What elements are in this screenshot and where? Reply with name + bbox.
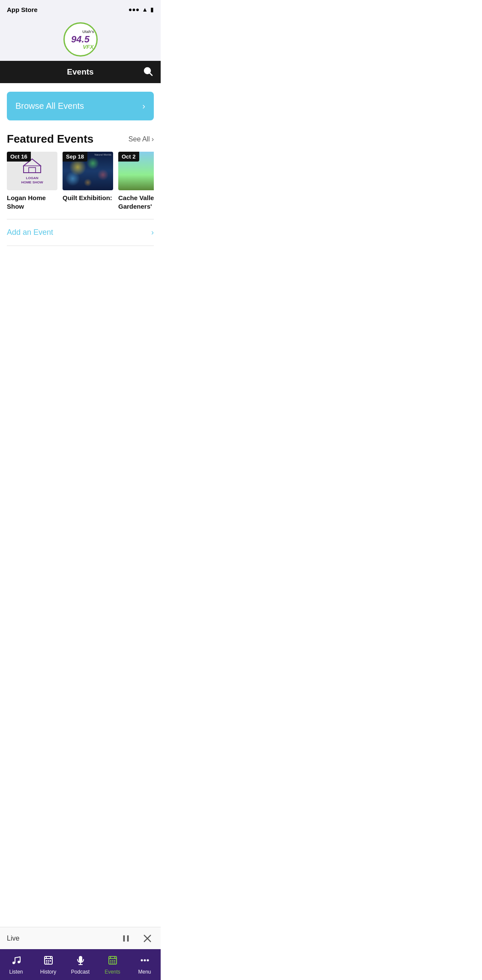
see-all-button[interactable]: See All › bbox=[129, 135, 154, 143]
event-card-gardeners[interactable]: Oct 2 Cache Valley Gardeners' bbox=[118, 152, 154, 210]
svg-line-1 bbox=[150, 73, 153, 75]
logo-vfx: VFX bbox=[83, 44, 93, 50]
browse-all-events-button[interactable]: Browse All Events › bbox=[7, 92, 154, 120]
search-icon bbox=[143, 66, 153, 76]
event-date-badge-quilt: Sep 18 bbox=[63, 152, 87, 162]
event-date-badge-gardeners: Oct 2 bbox=[118, 152, 139, 162]
station-logo: 94.5 Utah's VFX bbox=[63, 22, 98, 57]
header-nav: Events bbox=[0, 61, 161, 83]
wifi-icon: ▲ bbox=[142, 6, 148, 13]
svg-rect-3 bbox=[29, 168, 36, 173]
status-bar: App Store ●●● ▲ ▮ bbox=[0, 0, 161, 19]
browse-chevron-icon: › bbox=[142, 101, 145, 111]
event-date-badge-logan: Oct 16 bbox=[7, 152, 31, 162]
logo-area: 94.5 Utah's VFX bbox=[0, 19, 161, 61]
event-card-quilt[interactable]: Natural Worlds Sep 18 Quilt Exhibition: bbox=[63, 152, 113, 210]
status-bar-carrier: App Store bbox=[7, 6, 38, 13]
event-name-quilt: Quilt Exhibition: bbox=[63, 194, 113, 202]
see-all-chevron-icon: › bbox=[152, 135, 154, 143]
event-image-wrapper-logan: LOGANHOME SHOW Oct 16 bbox=[7, 152, 57, 190]
event-card-logan[interactable]: LOGANHOME SHOW Oct 16 Logan Home Show bbox=[7, 152, 57, 210]
featured-events-title: Featured Events bbox=[7, 132, 93, 146]
add-event-button[interactable]: Add an Event › bbox=[7, 219, 154, 246]
page-title: Events bbox=[67, 67, 93, 77]
see-all-label: See All bbox=[129, 135, 150, 143]
event-name-gardeners: Cache Valley Gardeners' bbox=[118, 194, 154, 210]
event-image-wrapper-gardeners: Oct 2 bbox=[118, 152, 154, 190]
event-image-wrapper-quilt: Natural Worlds Sep 18 bbox=[63, 152, 113, 190]
signal-icon: ●●● bbox=[129, 6, 139, 13]
event-name-logan: Logan Home Show bbox=[7, 194, 57, 210]
battery-icon: ▮ bbox=[150, 6, 154, 13]
add-event-label: Add an Event bbox=[7, 228, 53, 237]
logan-logo-text: LOGANHOME SHOW bbox=[21, 176, 43, 184]
main-content: Browse All Events › Featured Events See … bbox=[0, 83, 161, 246]
events-row: LOGANHOME SHOW Oct 16 Logan Home Show Na… bbox=[7, 152, 154, 210]
logo-number: 94.5 bbox=[71, 35, 90, 44]
logo-utahs: Utah's bbox=[82, 30, 94, 34]
featured-events-header: Featured Events See All › bbox=[7, 132, 154, 146]
status-bar-icons: ●●● ▲ ▮ bbox=[129, 6, 154, 13]
search-button[interactable] bbox=[143, 66, 153, 78]
add-event-chevron-icon: › bbox=[151, 228, 154, 237]
browse-all-label: Browse All Events bbox=[15, 101, 84, 111]
